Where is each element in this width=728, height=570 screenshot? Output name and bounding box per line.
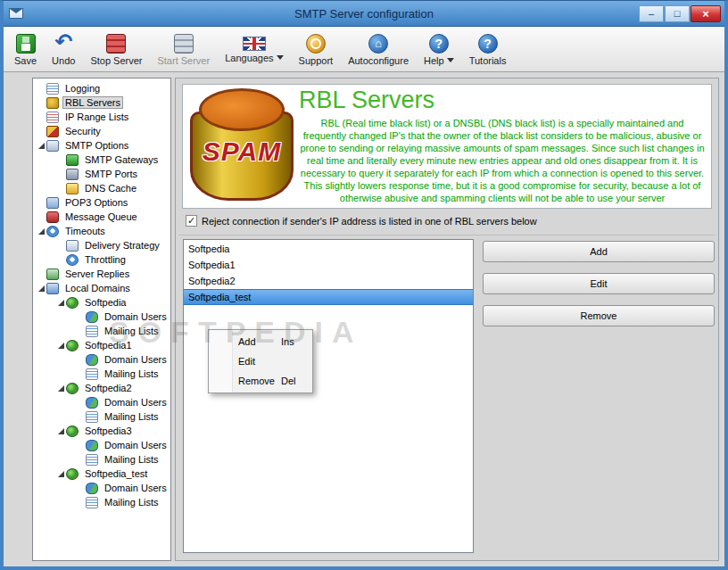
tree-item-softpedia[interactable]: Softpedia (33, 295, 170, 310)
languages-flag-icon (243, 37, 266, 51)
reject-connection-checkbox[interactable] (186, 215, 197, 227)
tree-item-mailing-lists[interactable]: Mailing Lists (33, 495, 170, 509)
mailing-lists-icon (86, 411, 98, 423)
tree-item-label: RBL Servers (62, 96, 123, 109)
tree-item-label: Domain Users (102, 311, 170, 322)
expanded-arrow-icon[interactable] (58, 385, 64, 392)
add-button[interactable]: Add (483, 241, 715, 262)
tree-item-message-queue[interactable]: Message Queue (33, 210, 170, 224)
tree-item-server-replies[interactable]: Server Replies (33, 267, 170, 281)
tree-item-ip-range-lists[interactable]: IP Range Lists (33, 110, 170, 124)
tree-item-domain-users[interactable]: Domain Users (33, 310, 170, 324)
tree-item-pop3-options[interactable]: POP3 Options (33, 195, 170, 210)
titlebar[interactable]: SMTP Server configuration – □ × (4, 1, 724, 27)
tree-item-rbl-servers[interactable]: RBL Servers (33, 95, 170, 110)
domain-users-icon (86, 311, 98, 323)
maximize-button[interactable]: □ (665, 5, 690, 22)
tree-item-label: DNS Cache (82, 183, 139, 194)
tree-item-mailing-lists[interactable]: Mailing Lists (33, 367, 170, 381)
tree-item-label: Local Domains (62, 283, 133, 293)
chevron-down-icon[interactable] (277, 55, 284, 60)
tree-item-label: Softpedia2 (82, 383, 135, 393)
undo-button[interactable]: Undo (46, 31, 81, 68)
expander-slot[interactable] (36, 285, 46, 292)
tree-item-mailing-lists[interactable]: Mailing Lists (33, 324, 170, 338)
expander-slot[interactable] (55, 300, 66, 306)
minimize-button[interactable]: – (639, 5, 664, 22)
client-area: LoggingRBL ServersIP Range ListsSecurity… (4, 72, 724, 566)
expanded-arrow-icon[interactable] (38, 285, 45, 292)
help-button[interactable]: Help (418, 31, 460, 68)
tree-item-label: Domain Users (102, 440, 170, 450)
expander-slot[interactable] (55, 428, 66, 434)
domain-icon (66, 383, 79, 394)
expanded-arrow-icon[interactable] (58, 300, 64, 306)
tree-item-logging[interactable]: Logging (33, 81, 170, 95)
tree-item-mailing-lists[interactable]: Mailing Lists (33, 452, 170, 467)
tree-item-smtp-ports[interactable]: SMTP Ports (33, 167, 170, 181)
tree-item-domain-users[interactable]: Domain Users (33, 352, 170, 367)
expander-slot[interactable] (36, 143, 46, 149)
tree-item-softpedia3[interactable]: Softpedia3 (33, 424, 170, 438)
rbl-list-item-softpedia1[interactable]: Softpedia1 (184, 257, 473, 273)
expander-slot[interactable] (55, 385, 66, 392)
tree-item-label: Message Queue (62, 211, 140, 222)
support-button[interactable]: Support (293, 31, 340, 68)
tree-item-local-domains[interactable]: Local Domains (33, 281, 170, 295)
menu-item-label: Add (238, 336, 256, 347)
save-button[interactable]: Save (8, 31, 43, 68)
tree-item-softpedia-test[interactable]: Softpedia_test (33, 467, 170, 481)
tree-item-delivery-strategy[interactable]: Delivery Strategy (33, 238, 170, 252)
autoconfigure-button[interactable]: Autoconfigure (342, 31, 415, 68)
rbl-list-item-softpedia-test[interactable]: Softpedia_test (184, 289, 473, 305)
languages-button[interactable]: Languages (219, 34, 289, 65)
tree-item-domain-users[interactable]: Domain Users (33, 395, 170, 409)
expander-slot[interactable] (55, 471, 66, 477)
rbl-servers-icon (46, 97, 59, 109)
expanded-arrow-icon[interactable] (58, 428, 64, 434)
tree-item-smtp-gateways[interactable]: SMTP Gateways (33, 153, 170, 167)
expanded-arrow-icon[interactable] (58, 343, 64, 349)
tree-item-label: Domain Users (102, 483, 170, 493)
domain-users-icon (86, 483, 98, 494)
tree-item-softpedia1[interactable]: Softpedia1 (33, 338, 170, 352)
ip-range-lists-icon (46, 112, 59, 123)
header-text: RBL Servers RBL (Real time black list) o… (299, 87, 706, 204)
expander-slot[interactable] (36, 228, 46, 235)
screen: SMTP Server configuration – □ × SaveUndo… (0, 0, 728, 570)
context-menu-item-add[interactable]: AddIns (210, 332, 311, 351)
tree-item-domain-users[interactable]: Domain Users (33, 481, 170, 495)
edit-button[interactable]: Edit (483, 273, 715, 294)
expander-slot[interactable] (55, 343, 66, 349)
rbl-list-item-softpedia[interactable]: Softpedia (184, 241, 473, 257)
expanded-arrow-icon[interactable] (58, 471, 64, 477)
stop-server-button[interactable]: Stop Server (84, 31, 148, 68)
tree-item-mailing-lists[interactable]: Mailing Lists (33, 409, 170, 424)
tree-item-domain-users[interactable]: Domain Users (33, 438, 170, 452)
tree-item-softpedia2[interactable]: Softpedia2 (33, 381, 170, 395)
expanded-arrow-icon[interactable] (38, 228, 45, 235)
chevron-down-icon[interactable] (447, 58, 454, 62)
tree-item-smtp-options[interactable]: SMTP Options (33, 138, 170, 153)
expanded-arrow-icon[interactable] (38, 143, 45, 149)
rbl-list-item-softpedia2[interactable]: Softpedia2 (184, 273, 473, 289)
tree-item-dns-cache[interactable]: DNS Cache (33, 181, 170, 195)
local-domains-icon (46, 283, 59, 294)
tree-item-throttling[interactable]: Throttling (33, 252, 170, 267)
save-label: Save (14, 55, 37, 66)
tree-item-timeouts[interactable]: Timeouts (33, 224, 170, 238)
mailing-lists-icon (86, 497, 98, 508)
tutorials-button[interactable]: Tutorials (463, 31, 513, 68)
menu-item-label: Remove (238, 376, 275, 386)
help-icon (429, 34, 449, 54)
tree-item-security[interactable]: Security (33, 124, 170, 138)
context-menu-item-edit[interactable]: Edit (210, 351, 311, 371)
rbl-servers-listbox[interactable]: SoftpediaSoftpedia1Softpedia2Softpedia_t… (183, 239, 474, 553)
stop-server-icon (106, 34, 126, 54)
support-label: Support (299, 55, 334, 66)
remove-button[interactable]: Remove (483, 305, 715, 326)
close-button[interactable]: × (691, 5, 721, 22)
autoconfigure-icon (368, 34, 388, 54)
reject-connection-row: Reject connection if sender's IP address… (186, 215, 537, 227)
context-menu-item-remove[interactable]: RemoveDel (210, 371, 311, 391)
